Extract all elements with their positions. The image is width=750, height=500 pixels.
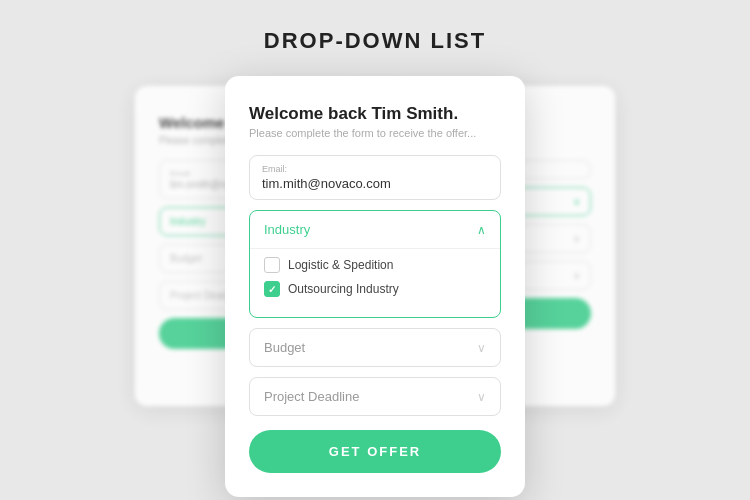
chevron-down-icon: ∨ bbox=[573, 196, 580, 207]
email-field: Email: tim.mith@novaco.com bbox=[249, 155, 501, 200]
industry-option-2-label: Outsourcing Industry bbox=[288, 282, 399, 296]
industry-option-1[interactable]: Logistic & Spedition bbox=[264, 257, 486, 273]
industry-dropdown-header[interactable]: Industry ∧ bbox=[250, 211, 500, 248]
chevron-down-icon: ∨ bbox=[477, 341, 486, 355]
budget-dropdown[interactable]: Budget ∨ bbox=[249, 328, 501, 367]
industry-label: Industry bbox=[264, 222, 310, 237]
budget-label: Budget bbox=[264, 340, 305, 355]
cards-container: Welcome back Tim S Please complete the f… bbox=[215, 76, 535, 436]
industry-dropdown[interactable]: Industry ∧ Logistic & Spedition Outsourc… bbox=[249, 210, 501, 318]
deadline-label: Project Deadline bbox=[264, 389, 359, 404]
email-value: tim.mith@novaco.com bbox=[262, 176, 488, 191]
checkbox-logistic[interactable] bbox=[264, 257, 280, 273]
industry-option-1-label: Logistic & Spedition bbox=[288, 258, 393, 272]
industry-dropdown-body: Logistic & Spedition Outsourcing Industr… bbox=[250, 248, 500, 317]
email-label: Email: bbox=[262, 164, 488, 174]
industry-option-2[interactable]: Outsourcing Industry bbox=[264, 281, 486, 297]
chevron-up-icon: ∧ bbox=[477, 223, 486, 237]
welcome-subtitle: Please complete the form to receive the … bbox=[249, 127, 501, 139]
chevron-down-icon: ∨ bbox=[573, 270, 580, 281]
page-title: DROP-DOWN LIST bbox=[264, 28, 486, 54]
get-offer-button[interactable]: GET OFFER bbox=[249, 430, 501, 473]
checkbox-outsourcing[interactable] bbox=[264, 281, 280, 297]
deadline-dropdown[interactable]: Project Deadline ∨ bbox=[249, 377, 501, 416]
welcome-heading: Welcome back Tim Smith. bbox=[249, 104, 501, 124]
main-card: Welcome back Tim Smith. Please complete … bbox=[225, 76, 525, 497]
chevron-down-icon: ∨ bbox=[477, 390, 486, 404]
chevron-down-icon: ∨ bbox=[573, 233, 580, 244]
